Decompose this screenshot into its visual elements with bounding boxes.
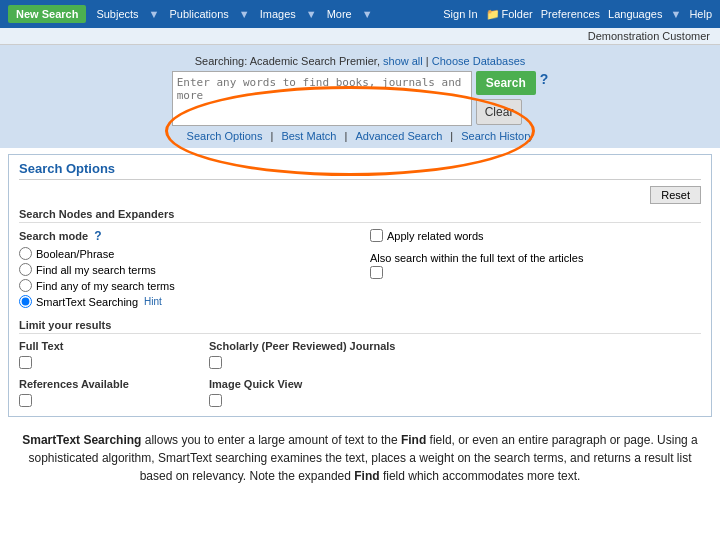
nav-languages[interactable]: Languages xyxy=(608,8,662,20)
reset-button[interactable]: Reset xyxy=(650,186,701,204)
choose-databases-link[interactable]: Choose Databases xyxy=(432,55,526,67)
nav-subjects[interactable]: Subjects xyxy=(90,5,144,23)
search-options-panel: Search Options Reset Search Nodes and Ex… xyxy=(8,154,712,417)
nav-help[interactable]: Help xyxy=(689,8,712,20)
nav-preferences[interactable]: Preferences xyxy=(541,8,600,20)
nav-sign-in[interactable]: Sign In xyxy=(443,8,477,20)
panel-title: Search Options xyxy=(19,161,701,180)
nav-images[interactable]: Images xyxy=(254,5,302,23)
top-navbar: New Search Subjects ▼ Publications ▼ Ima… xyxy=(0,0,720,28)
demo-customer-label: Demonstration Customer xyxy=(588,30,710,42)
best-match-link[interactable]: Best Match xyxy=(281,130,336,142)
find-bold-2: Find xyxy=(354,469,379,483)
nav-publications[interactable]: Publications xyxy=(163,5,234,23)
demo-customer-bar: Demonstration Customer xyxy=(0,28,720,45)
nav-right-group: Sign In 📁 Folder Preferences Languages ▼… xyxy=(443,8,712,21)
search-mode-help-icon[interactable]: ? xyxy=(94,229,101,243)
nav-folder[interactable]: 📁 Folder xyxy=(486,8,533,21)
search-box-row: Search Clear ? xyxy=(172,71,549,126)
limit-col-left: Full Text References Available xyxy=(19,340,179,410)
folder-icon: 📁 xyxy=(486,8,500,21)
main-search-area: Searching: Academic Search Premier, show… xyxy=(0,45,720,148)
limit-section: Limit your results Full Text References … xyxy=(19,319,701,410)
expanders-col: Apply related words Also search within t… xyxy=(370,229,701,311)
limit-section-title: Limit your results xyxy=(19,319,701,334)
radio-smarttext[interactable] xyxy=(19,295,32,308)
clear-button[interactable]: Clear xyxy=(476,99,523,125)
search-mode-col: Search mode ? Boolean/Phrase Find all my… xyxy=(19,229,350,311)
smarttext-bold: SmartText Searching xyxy=(22,433,141,447)
search-input[interactable] xyxy=(172,71,472,126)
mode-find-any: Find any of my search terms xyxy=(19,279,350,292)
radio-find-all[interactable] xyxy=(19,263,32,276)
smarttext-hint-link[interactable]: Hint xyxy=(144,296,162,307)
radio-boolean[interactable] xyxy=(19,247,32,260)
search-options-row: Search Options | Best Match | Advanced S… xyxy=(184,130,537,142)
image-quick-view-checkbox[interactable] xyxy=(209,394,222,407)
search-history-link[interactable]: Search History xyxy=(461,130,533,142)
nodes-two-col: Search mode ? Boolean/Phrase Find all my… xyxy=(19,229,701,311)
search-button[interactable]: Search xyxy=(476,71,536,95)
advanced-search-link[interactable]: Advanced Search xyxy=(355,130,442,142)
full-text-checkbox[interactable] xyxy=(19,356,32,369)
nodes-section-title: Search Nodes and Expanders xyxy=(19,208,701,223)
bottom-description: SmartText Searching allows you to enter … xyxy=(0,423,720,493)
find-bold-1: Find xyxy=(401,433,426,447)
references-available-checkbox[interactable] xyxy=(19,394,32,407)
apply-related-words-row: Apply related words xyxy=(370,229,701,242)
mode-boolean: Boolean/Phrase xyxy=(19,247,350,260)
search-mode-title: Search mode ? xyxy=(19,229,350,243)
search-options-link[interactable]: Search Options xyxy=(187,130,263,142)
scholarly-checkbox[interactable] xyxy=(209,356,222,369)
help-icon[interactable]: ? xyxy=(540,71,549,87)
mode-find-all: Find all my search terms xyxy=(19,263,350,276)
searching-line: Searching: Academic Search Premier, show… xyxy=(195,55,526,67)
show-all-link[interactable]: show all xyxy=(383,55,423,67)
mode-smarttext: SmartText Searching Hint xyxy=(19,295,350,308)
limit-col-right: Scholarly (Peer Reviewed) Journals Image… xyxy=(209,340,395,410)
also-search-fulltext-checkbox[interactable] xyxy=(370,266,383,279)
also-search-fulltext-row: Also search within the full text of the … xyxy=(370,252,701,281)
limit-two-col: Full Text References Available Scholarly… xyxy=(19,340,701,410)
new-search-button[interactable]: New Search xyxy=(8,5,86,23)
nav-more[interactable]: More xyxy=(321,5,358,23)
apply-related-words-checkbox[interactable] xyxy=(370,229,383,242)
radio-find-any[interactable] xyxy=(19,279,32,292)
